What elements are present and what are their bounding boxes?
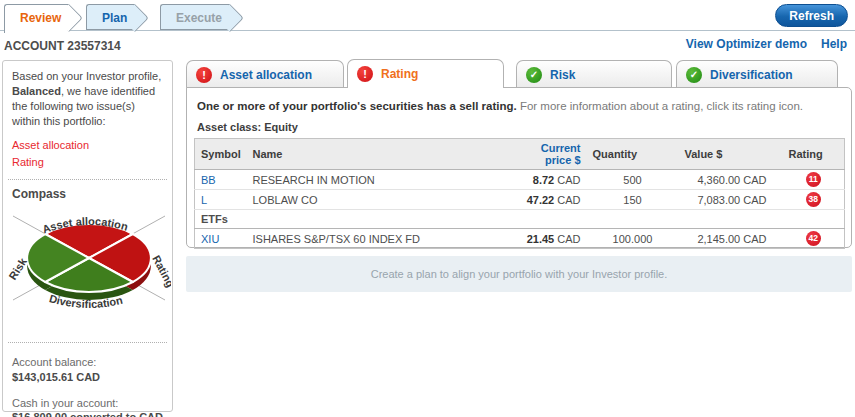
tab-label: Diversification <box>710 68 793 82</box>
compass-label-risk: Risk <box>6 255 29 282</box>
quantity-value: 100.000 <box>587 229 679 249</box>
tab-label: Risk <box>550 68 575 82</box>
header-links: View Optimizer demoHelp <box>686 37 847 51</box>
compass-label-rating: Rating <box>150 254 171 290</box>
issue-link-asset-allocation[interactable]: Asset allocation <box>12 137 163 154</box>
compass-pie-chart: Asset allocation Diversification Risk Ra… <box>5 203 171 333</box>
portfolio-review-page: Review Plan Execute Refresh ACCOUNT 2355… <box>0 0 855 417</box>
tab-rating[interactable]: ! Rating <box>347 59 504 88</box>
check-icon: ✓ <box>526 67 542 83</box>
divider <box>8 179 167 180</box>
account-balance: Account balance: $143,015.61 CAD <box>12 355 163 384</box>
account-balance-label: Account balance: <box>12 355 163 369</box>
table-section-row: ETFs <box>195 210 845 229</box>
table-row: BB RESEARCH IN MOTION 8.72 CAD 500 4,360… <box>195 170 845 190</box>
section-label: ETFs <box>195 210 845 229</box>
investor-profile-text: Based on your Investor profile, Balanced… <box>12 69 163 128</box>
rating-badge[interactable]: 42 <box>806 231 821 246</box>
symbol-link[interactable]: L <box>201 194 207 206</box>
tab-asset-allocation[interactable]: ! Asset allocation <box>186 60 344 88</box>
asset-class-heading: Asset class: Equity <box>197 121 841 133</box>
symbol-link[interactable]: BB <box>201 174 216 186</box>
rating-badge[interactable]: 38 <box>806 192 821 207</box>
quantity-value: 500 <box>587 170 679 190</box>
column-header-rating: Rating <box>783 139 845 170</box>
security-name: ISHARES S&P/TSX 60 INDEX FD <box>247 229 489 249</box>
rating-badge[interactable]: 11 <box>806 172 821 187</box>
refresh-button[interactable]: Refresh <box>775 4 848 27</box>
view-optimizer-demo-link[interactable]: View Optimizer demo <box>686 37 807 51</box>
column-header-name: Name <box>247 139 489 170</box>
compass-title: Compass <box>12 187 163 201</box>
issue-tabs: ! Asset allocation ! Rating ✓ Risk ✓ Div… <box>186 59 852 88</box>
quantity-value: 150 <box>587 190 679 210</box>
issue-links: Asset allocation Rating <box>12 137 163 170</box>
tab-diversification[interactable]: ✓ Diversification <box>676 60 838 88</box>
create-plan-message: Create a plan to align your portfolio wi… <box>371 268 668 280</box>
holdings-table: Symbol Name Currentprice $ Quantity Valu… <box>194 138 845 249</box>
breadcrumb-plan[interactable]: Plan <box>86 4 135 30</box>
create-plan-message-box: Create a plan to align your portfolio wi… <box>186 256 852 292</box>
value-amount: 7,083.00 CAD <box>679 190 783 210</box>
breadcrumb: Review Plan Execute <box>0 0 855 31</box>
cash-value: $16,809.00 converted to CAD <box>12 410 163 417</box>
table-row: XIU ISHARES S&P/TSX 60 INDEX FD 21.45 CA… <box>195 229 845 249</box>
column-header-value: Value $ <box>679 139 783 170</box>
account-sidebar: Based on your Investor profile, Balanced… <box>2 60 173 412</box>
column-header-symbol: Symbol <box>195 139 247 170</box>
symbol-link[interactable]: XIU <box>201 233 219 245</box>
breadcrumb-review[interactable]: Review <box>4 4 69 33</box>
tab-label: Asset allocation <box>220 68 312 82</box>
divider <box>8 342 167 343</box>
alert-icon: ! <box>196 67 212 83</box>
sell-rating-message: One or more of your portfolio's securiti… <box>197 100 841 112</box>
rating-panel: One or more of your portfolio's securiti… <box>186 87 852 248</box>
value-amount: 2,145.00 CAD <box>679 229 783 249</box>
column-header-current-price: Currentprice $ <box>489 139 587 170</box>
check-icon: ✓ <box>686 67 702 83</box>
value-amount: 4,360.00 CAD <box>679 170 783 190</box>
cash-label: Cash in your account: <box>12 396 163 410</box>
account-title: ACCOUNT 23557314 <box>4 39 121 53</box>
issue-link-rating[interactable]: Rating <box>12 154 163 171</box>
tab-risk[interactable]: ✓ Risk <box>516 60 672 88</box>
column-header-quantity: Quantity <box>587 139 679 170</box>
table-row: L LOBLAW CO 47.22 CAD 150 7,083.00 CAD 3… <box>195 190 845 210</box>
sort-current-price-link[interactable]: Currentprice $ <box>495 142 581 166</box>
security-name: RESEARCH IN MOTION <box>247 170 489 190</box>
security-name: LOBLAW CO <box>247 190 489 210</box>
help-link[interactable]: Help <box>821 37 847 51</box>
account-balance-value: $143,015.61 CAD <box>12 370 163 384</box>
cash-in-account: Cash in your account: $16,809.00 convert… <box>12 396 163 417</box>
table-header-row: Symbol Name Currentprice $ Quantity Valu… <box>195 139 845 170</box>
alert-icon: ! <box>357 66 373 82</box>
breadcrumb-execute[interactable]: Execute <box>160 4 230 30</box>
tab-label: Rating <box>381 67 418 81</box>
